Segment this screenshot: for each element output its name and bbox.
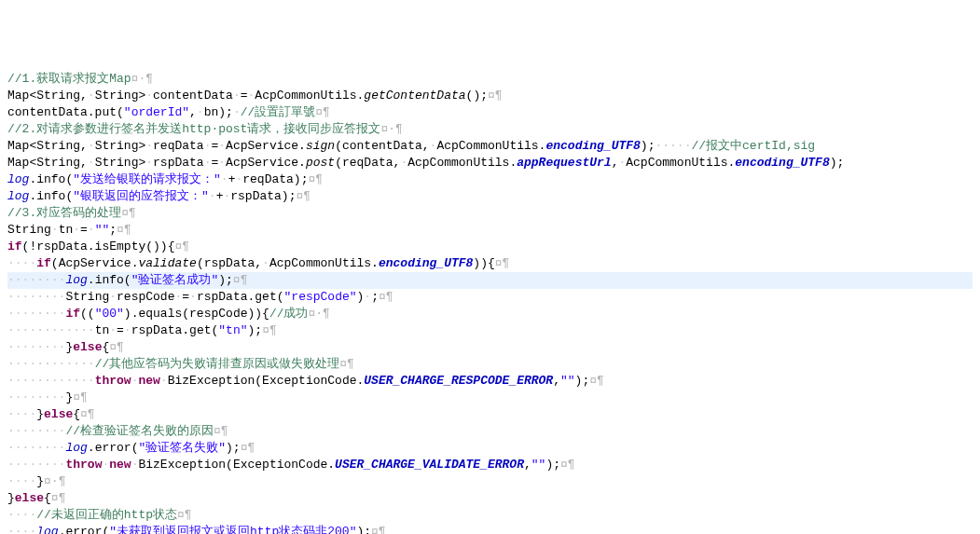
code-line: ····}¤·¶ — [7, 473, 973, 490]
code-line: ········//检查验证签名失败的原因¤¶ — [7, 423, 973, 440]
code-token: //未返回正确的http状态 — [36, 508, 177, 522]
code-token: .error( — [59, 525, 110, 534]
code-token: ); — [641, 139, 656, 153]
code-token: AcpCommonUtils. — [407, 156, 517, 170]
code-token: (AcpService. — [51, 256, 139, 270]
code-token: "" — [95, 223, 110, 237]
code-token: ¤¶ — [177, 508, 192, 522]
code-token: ¤·¶ — [380, 122, 402, 136]
code-token: · — [145, 156, 153, 170]
code-token: · — [218, 139, 226, 153]
code-token: ···· — [7, 474, 36, 488]
code-line: if(!rspData.isEmpty()){¤¶ — [7, 239, 973, 255]
code-token: ¤·¶ — [131, 72, 153, 86]
code-token: · — [218, 156, 226, 170]
code-token: ········ — [7, 458, 65, 472]
code-token: · — [109, 290, 117, 304]
code-token: tn — [59, 223, 74, 237]
code-token: ¤¶ — [296, 189, 311, 203]
code-token: ¤¶ — [80, 407, 95, 421]
code-token: ············ — [7, 323, 95, 337]
code-token: · — [197, 105, 204, 119]
code-token: } — [7, 491, 15, 505]
code-token: ); — [830, 156, 845, 170]
code-token: "未获取到返回报文或返回http状态码非200" — [109, 525, 356, 534]
code-token: ¤·¶ — [44, 474, 65, 488]
code-token: · — [364, 290, 371, 304]
code-token: Map<String, — [7, 89, 88, 103]
code-token: "00" — [95, 307, 124, 321]
code-line: log.info("银联返回的应答报文："·+·rspData);¤¶ — [7, 188, 973, 205]
code-token: { — [44, 491, 51, 505]
code-token: ···· — [7, 256, 36, 270]
code-token: USER_CHARGE_VALIDATE_ERROR — [335, 458, 524, 472]
code-token: ¤¶ — [379, 290, 393, 304]
code-token: Map<String, — [7, 156, 88, 170]
code-token: AcpService. — [226, 156, 306, 170]
code-token: String — [65, 290, 109, 304]
code-line: ············tn·=·rspData.get("tn");¤¶ — [7, 322, 973, 339]
code-line: Map<String,·String>·rspData·=·AcpService… — [7, 155, 973, 171]
code-token: ············ — [7, 374, 95, 388]
code-token: rspData.get( — [131, 323, 219, 337]
code-token: //检查验证签名失败的原因 — [65, 424, 214, 438]
code-token: if — [7, 240, 22, 253]
code-token: getContentData — [364, 89, 465, 103]
code-token: "" — [531, 458, 546, 472]
code-token: .info( — [29, 189, 73, 203]
code-token: reqData — [153, 139, 204, 153]
code-line: ········if(("00").equals(respCode)){//成功… — [7, 306, 973, 322]
code-line: //1.获取请求报文Map¤·¶ — [7, 71, 973, 88]
code-token: ; — [109, 223, 117, 237]
code-token: · — [145, 139, 153, 153]
code-token: BizException(ExceptionCode. — [168, 374, 365, 388]
code-token: · — [262, 256, 269, 270]
code-token: ········ — [7, 390, 65, 404]
code-token: //成功 — [269, 307, 309, 321]
code-token: encoding_UTF8 — [735, 156, 829, 170]
code-token: · — [160, 374, 168, 388]
code-token: else — [15, 491, 44, 505]
code-token: · — [221, 172, 228, 186]
code-token: = — [80, 223, 88, 237]
code-token: AcpCommonUtils. — [255, 89, 364, 103]
code-token: post — [306, 156, 335, 170]
code-token: //2.对请求参数进行签名并发送http·post请求，接收同步应答报文 — [7, 122, 380, 136]
code-token: BizException(ExceptionCode. — [138, 458, 335, 472]
code-token: String — [7, 223, 51, 237]
code-token: ¤¶ — [560, 458, 575, 472]
code-token: tn — [95, 323, 110, 337]
code-line: ············//其他应答码为失败请排查原因或做失败处理¤¶ — [7, 356, 973, 373]
code-token: .info( — [29, 172, 73, 186]
code-line: ············throw·new·BizException(Excep… — [7, 373, 973, 390]
code-token: ); — [248, 323, 263, 337]
code-line: Map<String,·String>·reqData·=·AcpService… — [7, 138, 973, 155]
code-token: validate — [138, 256, 196, 270]
code-token: { — [73, 407, 80, 421]
code-token: "" — [560, 374, 575, 388]
code-token: log — [36, 525, 58, 534]
code-token: new — [109, 458, 131, 472]
code-token: //3.对应答码的处理 — [7, 206, 121, 220]
code-token: ¤¶ — [308, 172, 323, 186]
code-token: ¤¶ — [109, 340, 124, 354]
code-token: ; — [371, 290, 379, 304]
code-token: , — [553, 374, 560, 388]
code-token: (!rspData.isEmpty()){ — [22, 240, 175, 253]
code-token: ········ — [7, 340, 65, 354]
code-token: appRequestUrl — [517, 156, 611, 170]
code-token: //設置訂單號 — [241, 105, 316, 119]
code-token: ); — [575, 374, 590, 388]
code-token: USER_CHARGE_RESPCODE_ERROR — [364, 374, 553, 388]
code-line: ····}else{¤¶ — [7, 406, 973, 423]
code-token: AcpService. — [226, 139, 306, 153]
code-token: = — [117, 323, 124, 337]
code-token: "orderId" — [124, 105, 189, 119]
code-token: ¤¶ — [488, 89, 503, 103]
code-token: "respCode" — [284, 290, 357, 304]
code-token: String> — [95, 156, 146, 170]
code-token: ¤¶ — [589, 374, 604, 388]
code-token: (rspData, — [197, 256, 262, 270]
code-line: ········}¤¶ — [7, 390, 973, 406]
code-token: .error( — [88, 441, 139, 455]
